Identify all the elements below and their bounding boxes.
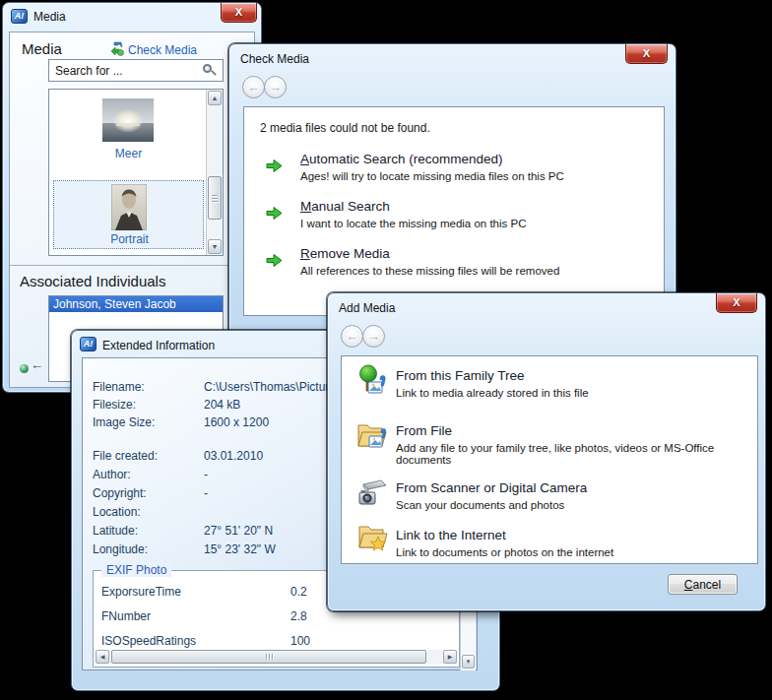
portrait-thumbnail [111,184,147,230]
list-item[interactable]: Johnson, Steven Jacob [49,296,223,312]
media-item-label: Portrait [54,232,205,246]
nav-buttons: ← → [242,76,287,98]
exif-row-value: 100 [290,634,310,648]
extended-info-title: Extended Information [102,339,215,352]
check-media-message: 2 media files could not be found. [260,121,430,135]
app-icon: A! [80,337,96,351]
meer-thumbnail [102,98,154,142]
add-media-title: Add Media [339,301,395,315]
search-input[interactable] [48,59,224,82]
forward-icon[interactable]: → [264,76,287,98]
check-media-icon [108,41,125,57]
scroll-up-icon[interactable]: ▲ [208,91,222,105]
media-item-label: Meer [53,147,204,160]
exif-row-value: 0.2 [290,585,307,599]
folder-star-icon [355,522,389,555]
forward-icon[interactable]: → [362,325,385,348]
field-value-latitude: 27° 51' 20" N [204,524,273,538]
field-label-longitude: Longitude: [93,542,148,556]
green-arrow-icon [266,253,283,268]
green-arrow-icon [266,206,283,221]
exif-legend: EXIF Photo [101,563,171,577]
exif-row-name: FNumber [101,609,151,623]
field-value-image-size: 1600 x 1200 [204,415,269,429]
scroll-down-icon[interactable]: ▼ [208,239,222,254]
media-list-scrollbar[interactable]: ▲ ▼ [206,90,223,255]
scrollbar-thumb[interactable] [111,650,426,664]
status-sphere-icon [20,364,29,373]
field-value-author: - [204,468,208,481]
green-arrow-icon [266,159,283,173]
field-label-author: Author: [93,468,131,481]
add-media-content: From this Family Tree Link to media alre… [341,355,758,564]
media-list: Meer Portrait [48,89,224,256]
add-media-titlebar[interactable]: Add Media X [328,293,765,321]
scroll-left-icon[interactable]: ◀ [96,650,109,664]
scrollbar-thumb[interactable] [208,176,222,220]
field-label-file-created: File created: [93,449,158,463]
check-media-content: 2 media files could not be found. Automa… [243,106,665,316]
check-media-link[interactable]: Check Media [128,43,197,57]
field-value-copyright: - [204,486,208,500]
exif-row-name: ExporsureTime [101,585,181,599]
back-icon[interactable]: ← [242,76,265,98]
field-value-filename: C:\Users\Thomas\Pictur [204,380,329,394]
field-label-image-size: Image Size: [93,415,155,429]
field-label-filename: Filename: [93,380,145,394]
left-arrow-icon: ← [31,357,43,372]
field-label-latitude: Latitude: [93,524,138,538]
media-heading: Media [22,40,62,57]
exif-row-name: ISOSpeedRatings [101,634,196,648]
scanner-camera-icon [355,477,389,510]
nav-buttons: ← → [341,325,385,348]
media-item-portrait-selected[interactable]: Portrait [53,180,204,249]
exif-horizontal-scrollbar[interactable]: ◀ ▶ [96,650,457,665]
back-icon[interactable]: ← [341,325,363,348]
field-label-copyright: Copyright: [93,486,147,500]
field-label-location: Location: [93,505,141,519]
section-divider [10,265,254,266]
app-icon: A! [11,9,28,24]
associated-individuals-heading: Associated Individuals [20,273,165,289]
check-media-titlebar[interactable]: Check Media X [229,44,676,72]
desktop: { "app_icon_text": "A!", "colors": { "ti… [0,0,772,700]
field-value-filesize: 204 kB [204,398,240,412]
check-media-title: Check Media [240,52,309,66]
add-media-dialog: Add Media X ← → From this Family Tree [327,292,766,611]
media-item-meer[interactable]: Meer [53,95,204,168]
close-icon[interactable]: X [625,44,668,64]
scroll-right-icon[interactable]: ▶ [443,650,457,664]
exif-row-value: 2.8 [290,609,307,623]
field-value-longitude: 15° 23' 32" W [204,542,276,556]
field-value-file-created: 03.01.2010 [204,449,263,463]
search-icon[interactable] [203,64,216,77]
field-label-filesize: Filesize: [93,398,136,412]
close-icon[interactable]: X [716,293,757,313]
media-window-title: Media [33,10,66,24]
tree-media-icon [355,364,389,398]
cancel-button[interactable]: Cancel [668,574,738,595]
scroll-down-icon[interactable]: ▼ [462,655,475,668]
media-window-titlebar[interactable]: A! Media X [3,3,261,31]
folder-media-icon [355,419,389,453]
close-icon[interactable]: X [221,3,257,23]
